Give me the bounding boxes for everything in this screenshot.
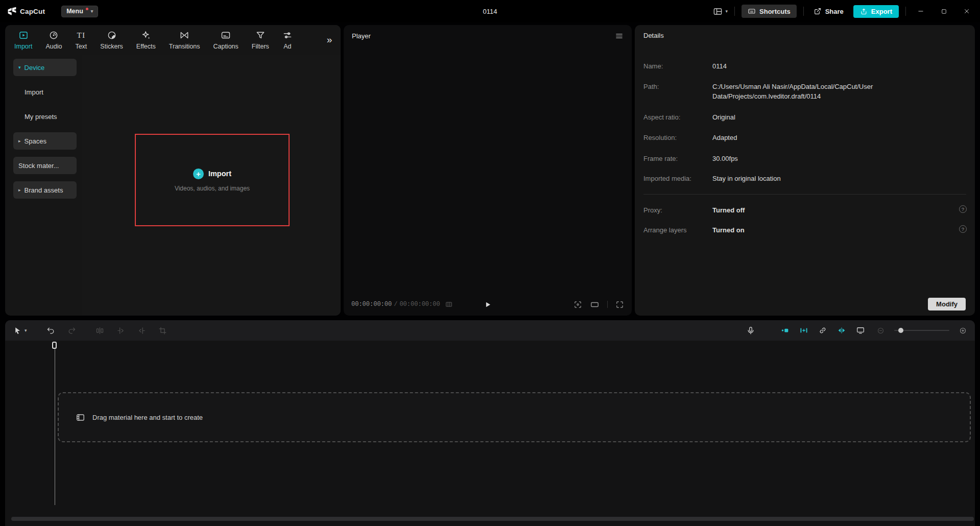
workspace-layout-button[interactable]: ▾ — [713, 7, 728, 16]
zoom-in-button[interactable] — [959, 327, 967, 334]
more-tabs-button[interactable]: » — [318, 25, 341, 55]
play-icon — [484, 301, 492, 308]
import-title: Import — [208, 170, 231, 178]
divider — [643, 194, 966, 195]
playhead[interactable] — [52, 342, 57, 505]
play-button[interactable] — [484, 301, 492, 308]
zoom-out-icon — [877, 327, 885, 334]
details-title: Details — [635, 25, 975, 46]
preview-axis-button[interactable] — [856, 326, 865, 335]
share-button[interactable]: Share — [810, 5, 847, 18]
adjust-tab-icon — [282, 30, 293, 40]
magnetic-toggle-button[interactable] — [799, 326, 808, 335]
tab-captions[interactable]: Captions — [213, 30, 238, 50]
detail-label: Frame rate: — [643, 154, 712, 164]
tab-import[interactable]: Import — [14, 30, 32, 50]
share-label: Share — [825, 8, 844, 15]
divider — [607, 301, 608, 308]
media-clip-icon — [76, 413, 85, 422]
redo-icon — [67, 326, 76, 335]
timeline-dropzone[interactable]: Drag material here and start to create — [58, 392, 971, 442]
media-tab-bar: Import Audio TI Text Stickers Effects Tr… — [5, 25, 341, 55]
tab-stickers[interactable]: Stickers — [100, 30, 123, 50]
sidebar-item-label: Import — [25, 88, 43, 96]
undo-button[interactable] — [46, 326, 55, 335]
detail-value: C:/Users/Usman Ali Nasir/AppData/Local/C… — [712, 82, 945, 102]
tab-transitions[interactable]: Transitions — [169, 30, 200, 50]
delete-right-button[interactable] — [137, 326, 146, 335]
export-button[interactable]: Export — [853, 5, 899, 18]
undo-icon — [46, 326, 55, 335]
tab-audio[interactable]: Audio — [45, 30, 62, 50]
horizontal-scrollbar[interactable] — [11, 517, 974, 521]
record-voiceover-button[interactable] — [746, 326, 755, 335]
timecode-current: 00:00:00:00 — [351, 301, 392, 308]
detail-row-arrange-layers: Arrange layers Turned on — [643, 226, 946, 235]
modify-button[interactable]: Modify — [928, 298, 966, 310]
maximize-button[interactable] — [936, 4, 952, 19]
sidebar-item-import[interactable]: Import — [13, 83, 77, 101]
playhead-line — [55, 349, 55, 505]
tab-text[interactable]: TI Text — [75, 30, 87, 50]
zoom-slider-handle[interactable] — [898, 328, 903, 333]
sidebar-item-spaces[interactable]: ▸ Spaces — [13, 132, 77, 150]
zoom-out-button[interactable] — [877, 327, 885, 334]
tab-adjust[interactable]: Ad — [282, 30, 293, 50]
snapping-toggle-button[interactable] — [780, 326, 790, 335]
detail-row-imported-media: Imported media: Stay in original locatio… — [643, 174, 946, 184]
focus-scan-icon[interactable] — [573, 300, 582, 309]
tab-effects[interactable]: Effects — [136, 30, 156, 50]
import-tab-icon — [18, 30, 29, 40]
delete-left-button[interactable] — [116, 326, 125, 335]
sidebar-item-my-presets[interactable]: My presets — [13, 108, 77, 125]
proxy-help-icon[interactable]: ? — [959, 205, 967, 213]
sidebar-item-label: Stock mater... — [18, 162, 59, 170]
chevron-down-icon: ▾ — [91, 9, 93, 14]
tab-filters[interactable]: Filters — [252, 30, 269, 50]
arrange-layers-help-icon[interactable]: ? — [959, 225, 967, 233]
shortcuts-button[interactable]: Shortcuts — [742, 5, 797, 18]
player-menu-icon[interactable] — [615, 32, 624, 40]
sidebar-item-stock-materials[interactable]: Stock mater... — [13, 157, 77, 174]
timecode-separator: / — [394, 301, 397, 308]
preview-monitor-icon — [856, 326, 865, 335]
media-content-area: + Import Videos, audios, and images — [82, 55, 341, 316]
timeline-tracks-area[interactable]: Drag material here and start to create — [5, 341, 975, 526]
crop-button[interactable] — [158, 326, 167, 335]
timeline-zoom-slider[interactable] — [894, 330, 949, 331]
mirror-toggle-button[interactable] — [837, 326, 846, 335]
chevron-down-icon: ▾ — [25, 328, 27, 333]
detail-value: 30.00fps — [712, 154, 738, 164]
detail-row-resolution: Resolution: Adapted — [643, 133, 946, 143]
frame-view-icon[interactable] — [445, 300, 453, 308]
close-icon — [963, 8, 970, 15]
divider — [734, 7, 735, 16]
timeline-hint: Drag material here and start to create — [92, 414, 203, 421]
fullscreen-icon[interactable] — [615, 300, 624, 309]
detail-value: Turned off — [712, 206, 745, 216]
titlebar: CapCut Menu ▾ 0114 ▾ Shortcuts Share — [0, 0, 980, 22]
import-dropzone[interactable]: + Import Videos, audios, and images — [135, 134, 290, 226]
text-tab-icon: TI — [77, 30, 86, 40]
sidebar-item-device[interactable]: ▾ Device — [13, 59, 77, 76]
capcut-logo: CapCut — [7, 7, 45, 16]
menu-label: Menu — [66, 8, 83, 15]
detail-row-aspect-ratio: Aspect ratio: Original — [643, 113, 946, 123]
aspect-ratio-icon[interactable] — [590, 300, 600, 309]
close-button[interactable] — [959, 4, 975, 19]
detail-label: Aspect ratio: — [643, 113, 712, 123]
tab-label: Import — [14, 43, 32, 50]
redo-button[interactable] — [67, 326, 76, 335]
detail-value: Stay in original location — [712, 174, 781, 184]
tab-label: Text — [75, 43, 87, 50]
minimize-button[interactable] — [913, 4, 929, 19]
link-toggle-button[interactable] — [818, 326, 827, 335]
menu-button[interactable]: Menu ▾ — [61, 6, 98, 17]
divider — [803, 7, 804, 16]
microphone-icon — [746, 326, 755, 335]
sidebar-item-brand-assets[interactable]: ▸ Brand assets — [13, 181, 77, 199]
split-button[interactable] — [95, 326, 104, 335]
select-tool-button[interactable]: ▾ — [13, 326, 27, 335]
tab-label: Audio — [45, 43, 62, 50]
detail-label: Resolution: — [643, 133, 712, 143]
